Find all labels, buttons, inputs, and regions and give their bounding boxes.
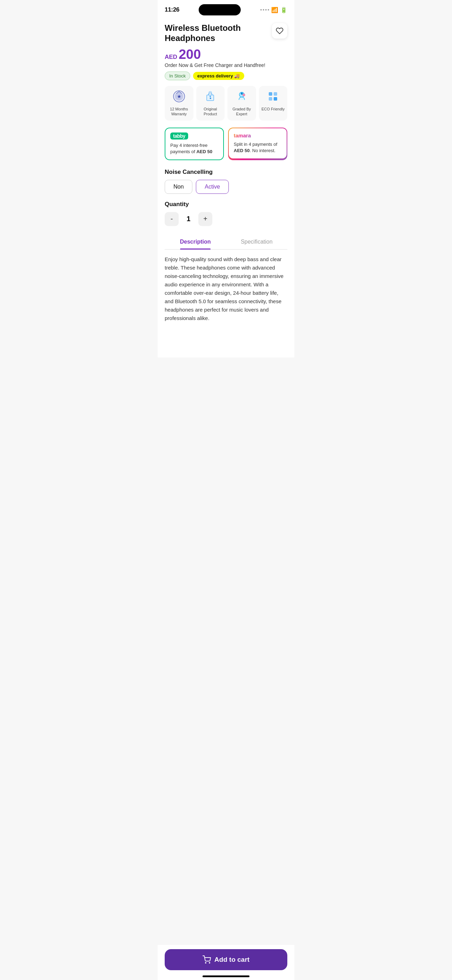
wifi-icon: 📶 — [271, 7, 278, 13]
cart-icon — [202, 956, 211, 964]
add-to-cart-bar: Add to cart — [158, 945, 294, 980]
price-amount: 200 — [179, 48, 201, 61]
quantity-section: Quantity - 1 + — [165, 201, 287, 226]
promo-text: Order Now & Get Free Charger and Handfre… — [165, 62, 287, 68]
product-tabs: Description Specification — [165, 234, 287, 250]
quantity-row: - 1 + — [165, 212, 287, 226]
tabby-logo: tabby — [170, 132, 188, 140]
price-currency: AED — [165, 54, 177, 60]
svg-point-14 — [209, 963, 210, 963]
tamara-payment-card: tamara Split in 4 payments of AED 50. No… — [228, 127, 287, 160]
tabby-payment-text: Pay 4 interest-free payments of AED 50 — [170, 142, 218, 155]
svg-text:★: ★ — [177, 94, 181, 99]
feature-original: ★ OriginalProduct — [196, 86, 225, 121]
heart-icon — [276, 27, 283, 35]
option-non[interactable]: Non — [165, 180, 193, 194]
express-delivery-badge: express delivery 🚚 — [193, 72, 244, 80]
status-icons: 📶 🔋 — [260, 7, 287, 13]
feature-eco: ECO Friendly — [259, 86, 288, 121]
tabby-logo-text: tabby — [173, 133, 185, 139]
features-grid: ★ 12 MonthsWarranty ★ OriginalProduct — [165, 86, 287, 121]
eco-icon — [267, 90, 279, 105]
svg-rect-11 — [269, 97, 272, 100]
tabby-amount: AED 50 — [196, 149, 212, 154]
svg-point-13 — [205, 963, 206, 963]
warranty-icon: ★ — [173, 90, 185, 105]
tamara-payment-text: Split in 4 payments of AED 50. No intere… — [234, 141, 282, 154]
noise-cancelling-section: Noise Cancelling Non Active — [165, 169, 287, 194]
graded-label: Graded ByExpert — [232, 107, 251, 117]
original-label: OriginalProduct — [204, 107, 217, 117]
battery-icon: 🔋 — [280, 7, 287, 13]
tamara-amount: AED 50 — [234, 148, 250, 153]
price-row: AED 200 — [165, 48, 287, 61]
tabby-payment-card: tabby Pay 4 interest-free payments of AE… — [165, 127, 224, 160]
wishlist-button[interactable] — [272, 23, 287, 38]
svg-text:★: ★ — [209, 97, 212, 100]
add-to-cart-button[interactable]: Add to cart — [165, 949, 287, 970]
quantity-label: Quantity — [165, 201, 287, 208]
svg-rect-9 — [269, 92, 272, 96]
option-active[interactable]: Active — [196, 180, 229, 194]
svg-point-7 — [241, 92, 243, 95]
payment-options: tabby Pay 4 interest-free payments of AE… — [165, 127, 287, 160]
tamara-logo: tamara — [234, 132, 251, 138]
status-bar: 11:26 📶 🔋 — [158, 0, 294, 18]
tab-specification[interactable]: Specification — [226, 234, 287, 249]
in-stock-badge: In Stock — [165, 72, 190, 80]
header-row: Wireless Bluetooth Headphones — [165, 18, 287, 46]
noise-cancelling-options: Non Active — [165, 180, 287, 194]
quantity-decrement[interactable]: - — [165, 212, 179, 226]
product-title: Wireless Bluetooth Headphones — [165, 23, 272, 43]
home-indicator — [202, 975, 250, 977]
add-to-cart-label: Add to cart — [215, 956, 250, 964]
svg-rect-12 — [274, 97, 277, 100]
tab-description[interactable]: Description — [165, 234, 226, 249]
product-page: Wireless Bluetooth Headphones AED 200 Or… — [158, 18, 294, 358]
svg-point-8 — [243, 94, 245, 96]
eco-label: ECO Friendly — [261, 107, 285, 111]
dynamic-island — [199, 4, 241, 16]
feature-warranty: ★ 12 MonthsWarranty — [165, 86, 193, 121]
warranty-label: 12 MonthsWarranty — [170, 107, 188, 117]
feature-graded: Graded ByExpert — [228, 86, 256, 121]
signal-icon — [260, 9, 269, 11]
noise-cancelling-label: Noise Cancelling — [165, 169, 287, 176]
quantity-value: 1 — [184, 215, 193, 223]
graded-icon — [236, 90, 248, 105]
svg-rect-10 — [274, 92, 277, 96]
original-icon: ★ — [204, 90, 216, 105]
badges-row: In Stock express delivery 🚚 — [165, 72, 287, 80]
description-text: Enjoy high-quality sound with deep bass … — [165, 255, 287, 358]
quantity-increment[interactable]: + — [198, 212, 212, 226]
status-time: 11:26 — [165, 6, 180, 13]
